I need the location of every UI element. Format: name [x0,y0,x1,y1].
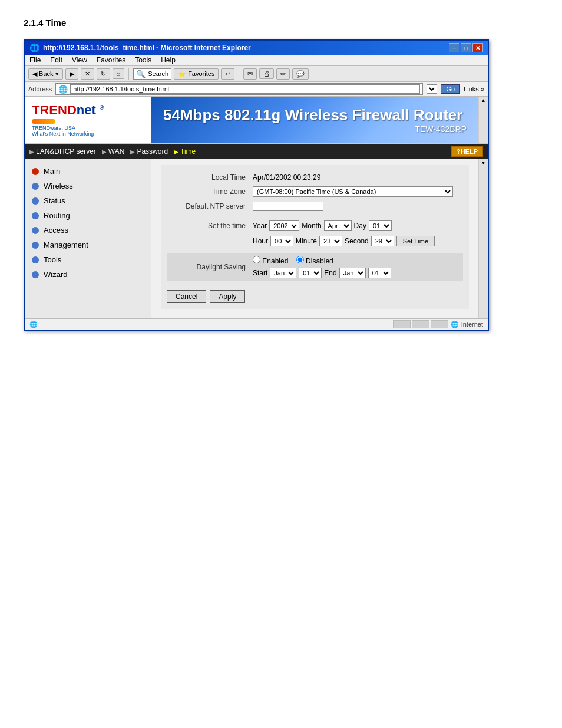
minimize-button[interactable]: ─ [449,43,459,52]
browser-icon: 🌐 [29,43,39,52]
menu-edit[interactable]: Edit [50,56,62,64]
sidebar-item-management[interactable]: Management [25,238,151,252]
end-label: End [324,269,336,277]
sidebar-label-wizard: Wizard [44,270,67,279]
refresh-button[interactable]: ↻ [97,68,110,80]
time-zone-select[interactable]: (GMT-08:00) Pacific Time (US & Canada) I… [253,186,453,197]
sidebar-dot-main [32,168,39,175]
tab-wan[interactable]: ▶ WAN [102,147,125,156]
ntp-server-input[interactable] [253,202,323,211]
internet-status-icon: 🌐 [451,321,459,328]
menu-view[interactable]: View [72,56,87,64]
window-title: http://192.168.1.1/tools_time.html - Mic… [43,44,251,52]
links-label: Links » [464,85,484,93]
disabled-text: Disabled [306,257,333,265]
forward-button[interactable]: ▶ [65,68,78,80]
second-label: Second [345,237,369,245]
tab-password[interactable]: ▶ Password [130,147,168,156]
enabled-label: Enabled [253,257,290,265]
sidebar-label-wireless: Wireless [44,182,73,190]
sidebar-dot-wizard [32,271,39,278]
mail-button[interactable]: ✉ [243,68,257,80]
sidebar-item-wireless[interactable]: Wireless [25,179,151,193]
end-month-select[interactable]: Jan Feb [339,268,366,278]
maximize-button[interactable]: □ [461,43,471,52]
start-day-select[interactable]: 01 02 [299,268,322,278]
button-row: Cancel Apply [167,290,463,303]
scrollbar-top[interactable]: ▲ [478,97,488,143]
go-button[interactable]: Go [441,84,460,94]
apply-button[interactable]: Apply [210,290,245,303]
menu-help[interactable]: Help [161,56,176,64]
print-button[interactable]: 🖨 [259,68,274,79]
router-header: TRENDnet ® TRENDware, USA What's Next in… [25,97,488,144]
menu-tools[interactable]: Tools [135,56,151,64]
address-dropdown[interactable]: ▾ [427,84,437,94]
month-select[interactable]: Jan Feb Mar Apr May Jun Jul Aug [324,220,352,231]
sidebar-label-status: Status [44,196,65,205]
set-time-date-value: Year 2000 2001 2002 2003 2004 [249,218,463,233]
tab-lan-dhcp-label: LAN&DHCP server [36,147,96,156]
menu-favorites[interactable]: Favorites [97,56,125,64]
history-button[interactable]: ↩ [221,68,234,80]
close-button[interactable]: ✕ [472,43,483,52]
sidebar-item-status[interactable]: Status [25,193,151,208]
stop-button[interactable]: ✕ [81,68,94,80]
sidebar-item-access[interactable]: Access [25,223,151,238]
daylight-label: Daylight Saving [167,253,249,281]
home-button[interactable]: ⌂ [113,68,125,79]
cancel-button[interactable]: Cancel [167,290,206,303]
minute-select[interactable]: 00 22 23 24 [319,236,342,246]
second-select[interactable]: 27 28 29 30 [371,236,394,246]
disabled-radio[interactable] [296,256,304,263]
time-zone-label: Time Zone [167,184,249,199]
menu-file[interactable]: File [29,56,41,64]
enabled-radio[interactable] [253,256,260,263]
tab-time[interactable]: ▶ Time [174,147,196,156]
status-bar: 🌐 🌐 Internet [25,318,488,330]
scroll-down-arrow[interactable]: ▼ [480,159,487,167]
favorites-button[interactable]: ⭐ Favorites [174,68,219,80]
set-time-button[interactable]: Set Time [396,236,435,246]
status-page-icon: 🌐 [29,321,38,328]
sidebar-item-tools[interactable]: Tools [25,252,151,267]
toolbar-separator [128,68,129,80]
help-button[interactable]: ?HELP [451,146,483,157]
back-button[interactable]: ◀ Back ▾ [28,68,63,80]
start-label: Start [253,269,267,277]
local-time-label: Local Time [167,171,249,184]
edit-button[interactable]: ✏ [276,68,290,80]
hour-select[interactable]: 00 01 02 [270,236,293,246]
set-time-date-row: Set the time Year 2000 2001 2002 20 [167,218,463,233]
row-separator-1 [167,213,463,218]
product-banner: 54Mbps 802.11g Wireless Firewall Router … [151,97,478,143]
product-name: 54Mbps 802.11g Wireless Firewall Router [163,106,467,124]
address-input-wrap: 🌐 [55,83,423,95]
daylight-row: Daylight Saving Enabled [167,253,463,281]
hour-label: Hour [253,237,268,245]
menu-bar: File Edit View Favorites Tools Help [25,55,488,66]
messenger-button[interactable]: 💬 [292,68,309,80]
scrollbar-right[interactable]: ▼ [478,159,488,318]
sidebar-item-main[interactable]: Main [25,164,151,179]
address-input[interactable] [70,84,420,94]
main-layout: Main Wireless Status Routing Access [25,159,488,318]
sidebar: Main Wireless Status Routing Access [25,159,151,318]
set-time-time-label [167,233,249,249]
status-seg-2 [412,320,429,328]
start-month-select[interactable]: Jan Feb Mar [270,268,296,278]
end-day-select[interactable]: 01 02 [368,268,391,278]
tab-lan-dhcp[interactable]: ▶ LAN&DHCP server [29,147,96,156]
day-select[interactable]: 01 02 03 04 05 [369,220,392,231]
daylight-value: Enabled Disabled [249,253,463,281]
sidebar-dot-wireless [32,183,39,190]
sidebar-label-access: Access [44,226,68,235]
search-label: Search [148,70,168,77]
sidebar-item-routing[interactable]: Routing [25,208,151,223]
year-select[interactable]: 2000 2001 2002 2003 2004 [269,220,299,231]
logo-trend: TREND [32,103,77,117]
form-table: Local Time Apr/01/2002 00:23:29 Time Zon… [167,171,463,281]
scroll-up-arrow[interactable]: ▲ [479,97,488,103]
ntp-server-row: Default NTP server [167,199,463,213]
sidebar-item-wizard[interactable]: Wizard [25,267,151,282]
